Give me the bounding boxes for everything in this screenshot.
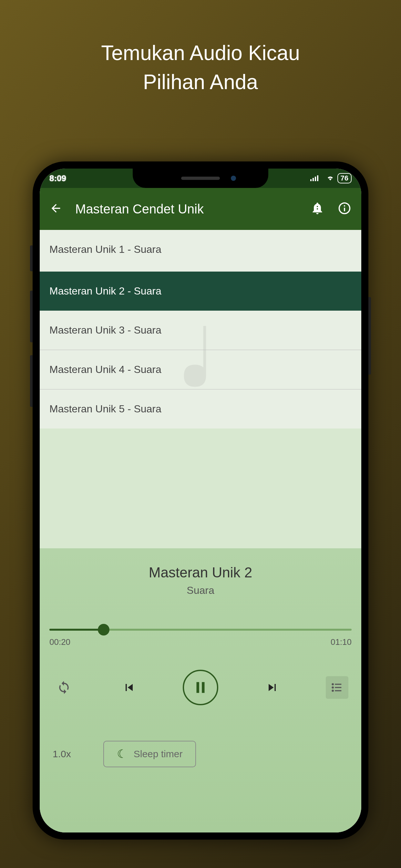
svg-rect-2 — [315, 177, 316, 181]
svg-rect-3 — [317, 175, 318, 181]
battery-badge: 76 — [337, 173, 351, 183]
track-label: Masteran Unik 2 - Suara — [50, 285, 161, 297]
status-indicators: 76 — [310, 173, 351, 183]
player-panel: Masteran Unik 2 Suara 00:20 01:10 — [40, 548, 361, 833]
side-button — [30, 245, 33, 271]
svg-rect-7 — [335, 687, 341, 688]
now-playing-title: Masteran Unik 2 — [50, 564, 351, 581]
side-button — [30, 355, 33, 407]
now-playing-subtitle: Suara — [50, 585, 351, 596]
phone-screen: 8:09 76 Masteran Cendet Unik — [40, 168, 361, 833]
progress-fill — [50, 629, 104, 631]
progress-track — [50, 629, 351, 631]
track-item[interactable]: Masteran Unik 4 - Suara — [40, 350, 361, 390]
track-item[interactable]: Masteran Unik 5 - Suara — [40, 390, 361, 429]
side-button — [30, 290, 33, 342]
phone-mockup-frame: 8:09 76 Masteran Cendet Unik — [33, 161, 368, 840]
track-label: Masteran Unik 3 - Suara — [50, 324, 161, 336]
player-controls — [50, 670, 351, 705]
svg-point-8 — [332, 690, 334, 692]
track-item[interactable]: Masteran Unik 1 - Suara — [40, 230, 361, 272]
repeat-icon[interactable] — [53, 676, 75, 699]
signal-icon — [310, 174, 323, 183]
promo-line-1: Temukan Audio Kicau — [0, 39, 401, 68]
promo-heading: Temukan Audio Kicau Pilihan Anda — [0, 0, 401, 97]
svg-point-6 — [332, 686, 334, 689]
next-icon[interactable] — [261, 676, 283, 699]
svg-rect-9 — [335, 690, 341, 691]
phone-notch — [133, 168, 268, 188]
previous-icon[interactable] — [118, 676, 141, 699]
svg-rect-1 — [312, 178, 314, 181]
app-bar-title: Masteran Cendet Unik — [75, 202, 297, 216]
app-bar: Masteran Cendet Unik — [40, 188, 361, 230]
side-button — [368, 297, 371, 375]
track-list: Masteran Unik 1 - Suara Masteran Unik 2 … — [40, 230, 361, 429]
wifi-icon — [327, 174, 334, 183]
time-total: 01:10 — [331, 637, 351, 647]
info-icon[interactable] — [337, 201, 351, 217]
track-label: Masteran Unik 5 - Suara — [50, 403, 161, 414]
track-item[interactable]: Masteran Unik 2 - Suara — [40, 272, 361, 311]
track-label: Masteran Unik 4 - Suara — [50, 364, 161, 375]
playlist-icon[interactable] — [326, 676, 348, 699]
moon-icon: ☾ — [117, 747, 127, 761]
track-item[interactable]: Masteran Unik 3 - Suara — [40, 311, 361, 350]
sleep-timer-button[interactable]: ☾ Sleep timer — [103, 741, 196, 767]
status-time: 8:09 — [50, 174, 66, 183]
progress-thumb[interactable] — [98, 624, 110, 636]
time-row: 00:20 01:10 — [50, 637, 351, 647]
progress-slider[interactable]: 00:20 01:10 — [50, 629, 351, 647]
track-label: Masteran Unik 1 - Suara — [50, 244, 161, 255]
sleep-timer-label: Sleep timer — [134, 748, 183, 760]
svg-rect-5 — [335, 684, 341, 685]
player-bottom-row: 1.0x ☾ Sleep timer — [50, 741, 351, 767]
promo-line-2: Pilihan Anda — [0, 68, 401, 97]
pause-button[interactable] — [183, 670, 218, 705]
svg-rect-0 — [310, 179, 312, 181]
svg-point-4 — [332, 683, 334, 686]
back-arrow-icon[interactable] — [50, 202, 62, 216]
time-elapsed: 00:20 — [50, 637, 70, 647]
playback-speed[interactable]: 1.0x — [53, 748, 71, 760]
bell-add-icon[interactable] — [310, 201, 325, 217]
